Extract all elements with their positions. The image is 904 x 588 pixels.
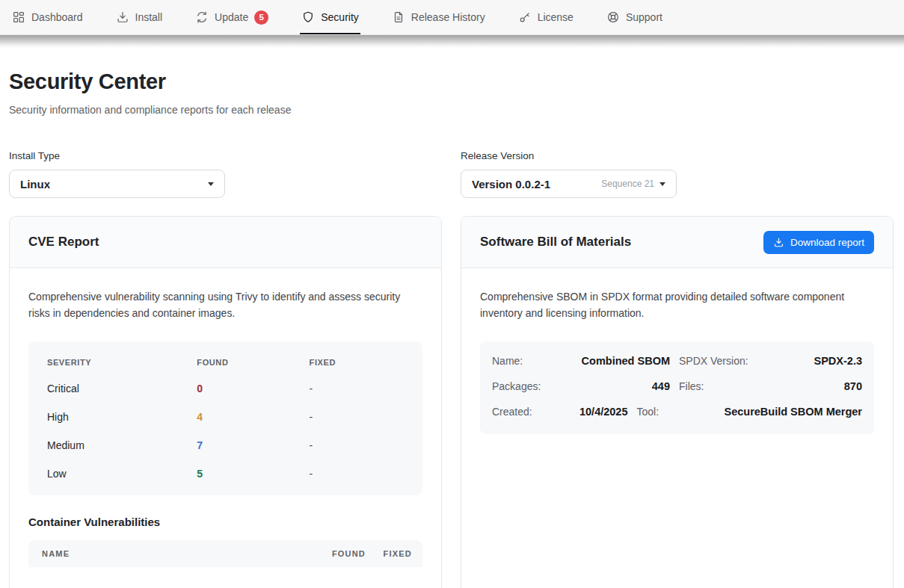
severity-fixed-count: - (310, 439, 404, 451)
page-subtitle: Security information and compliance repo… (9, 104, 894, 116)
release-sequence-label: Sequence 21 (601, 179, 654, 189)
table-row: Packages: 449 Files: 870 (492, 374, 862, 399)
download-report-label: Download report (790, 237, 864, 248)
sbom-packages-value: 449 (574, 380, 670, 392)
severity-name: Medium (47, 439, 197, 451)
severity-table: SEVERITY FOUND FIXED Critical 0 - High 4… (28, 341, 422, 495)
container-vulnerabilities-title: Container Vulnerabilities (28, 516, 422, 528)
release-version-dropdown[interactable]: Version 0.0.2-1 Sequence 21 (461, 170, 677, 198)
sbom-spdx-version-label: SPDX Version: (679, 355, 757, 367)
container-vulnerabilities-table: NAME FOUND FIXED (28, 540, 422, 567)
sbom-files-label: Files: (679, 380, 757, 392)
filters-row: Install Type Linux Release Version Versi… (9, 150, 894, 198)
nav-label-update: Update (215, 11, 248, 23)
table-row: Medium 7 - (28, 431, 422, 459)
nav-label-install: Install (135, 11, 163, 23)
severity-col-header: SEVERITY (47, 358, 197, 367)
nav-label-release-history: Release History (411, 11, 485, 23)
severity-found-count: 4 (197, 411, 309, 423)
chevron-down-icon (208, 182, 214, 186)
release-version-filter: Release Version Version 0.0.2-1 Sequence… (461, 150, 894, 198)
top-navigation: Dashboard Install Update 5 Security Rele… (0, 0, 904, 35)
table-row: High 4 - (28, 403, 422, 431)
sbom-details-table: Name: Combined SBOM SPDX Version: SPDX-2… (480, 341, 874, 434)
sbom-name-value: Combined SBOM (574, 355, 670, 367)
severity-name: Critical (47, 383, 197, 394)
download-icon (116, 10, 129, 24)
table-row: Created: 10/4/2025 Tool: SecureBuild SBO… (492, 399, 862, 424)
table-row: Name: Combined SBOM SPDX Version: SPDX-2… (492, 348, 862, 374)
release-version-value: Version 0.0.2-1 (472, 178, 601, 191)
download-icon (773, 237, 784, 248)
table-row: Low 5 - (28, 459, 422, 488)
install-type-dropdown[interactable]: Linux (9, 170, 225, 198)
sbom-packages-label: Packages: (492, 380, 565, 392)
table-row: Critical 0 - (28, 374, 422, 403)
lifebuoy-icon (606, 10, 620, 24)
download-report-button[interactable]: Download report (763, 231, 874, 254)
install-type-label: Install Type (9, 150, 442, 161)
nav-item-update[interactable]: Update 5 (195, 0, 268, 34)
cve-report-description: Comprehensive vulnerability scanning usi… (28, 289, 422, 321)
cve-report-title: CVE Report (28, 235, 99, 250)
install-type-filter: Install Type Linux (9, 150, 442, 198)
sbom-tool-label: Tool: (636, 406, 715, 418)
severity-found-count: 7 (197, 439, 309, 451)
cve-report-body: Comprehensive vulnerability scanning usi… (10, 268, 441, 567)
chevron-down-icon (659, 182, 665, 186)
sbom-created-label: Created: (492, 406, 565, 418)
sbom-title: Software Bill of Materials (480, 235, 631, 250)
refresh-icon (195, 10, 209, 24)
severity-table-header: SEVERITY FOUND FIXED (28, 347, 422, 374)
nav-item-install[interactable]: Install (116, 0, 163, 34)
nav-item-security[interactable]: Security (301, 0, 359, 34)
sbom-files-value: 870 (766, 380, 862, 392)
sbom-body: Comprehensive SBOM in SPDX format provid… (461, 268, 893, 434)
nav-label-dashboard: Dashboard (31, 11, 83, 23)
found-col-header: FOUND (197, 358, 309, 367)
severity-found-count: 5 (197, 468, 309, 480)
cve-report-header: CVE Report (10, 217, 441, 268)
cve-report-card: CVE Report Comprehensive vulnerability s… (9, 216, 442, 588)
nav-label-license: License (538, 11, 574, 23)
update-count-badge: 5 (254, 10, 268, 25)
release-version-label: Release Version (461, 150, 894, 161)
nav-item-support[interactable]: Support (606, 0, 662, 34)
found-col-header: FOUND (297, 549, 366, 558)
install-type-value: Linux (20, 178, 208, 191)
sbom-spdx-version-value: SPDX-2.3 (766, 355, 862, 367)
severity-fixed-count: - (310, 468, 404, 480)
key-icon (518, 10, 532, 24)
nav-item-license[interactable]: License (518, 0, 574, 34)
container-vulnerabilities-header: NAME FOUND FIXED (28, 540, 422, 567)
sbom-description: Comprehensive SBOM in SPDX format provid… (480, 289, 874, 321)
sbom-header: Software Bill of Materials Download repo… (461, 217, 893, 268)
severity-name: Low (47, 468, 197, 480)
sbom-created-value: 10/4/2025 (574, 406, 627, 418)
sbom-tool-value: SecureBuild SBOM Merger (724, 406, 862, 418)
name-col-header: NAME (42, 549, 297, 558)
nav-item-release-history[interactable]: Release History (392, 0, 485, 34)
sbom-card: Software Bill of Materials Download repo… (461, 216, 894, 588)
severity-fixed-count: - (310, 383, 404, 394)
document-icon (392, 10, 405, 24)
sbom-name-label: Name: (492, 355, 565, 367)
fixed-col-header: FIXED (310, 358, 404, 367)
nav-item-dashboard[interactable]: Dashboard (12, 0, 83, 34)
dashboard-grid-icon (12, 10, 25, 24)
fixed-col-header: FIXED (366, 549, 412, 558)
nav-label-security: Security (321, 11, 359, 23)
main-content: Security Center Security information and… (0, 48, 904, 588)
shield-icon (301, 10, 315, 24)
page-title: Security Center (9, 69, 894, 94)
header-scroll-shadow (0, 35, 904, 48)
severity-name: High (47, 411, 197, 423)
report-cards: CVE Report Comprehensive vulnerability s… (9, 216, 894, 588)
severity-fixed-count: - (310, 411, 404, 423)
severity-found-count: 0 (197, 383, 309, 394)
nav-label-support: Support (626, 11, 662, 23)
